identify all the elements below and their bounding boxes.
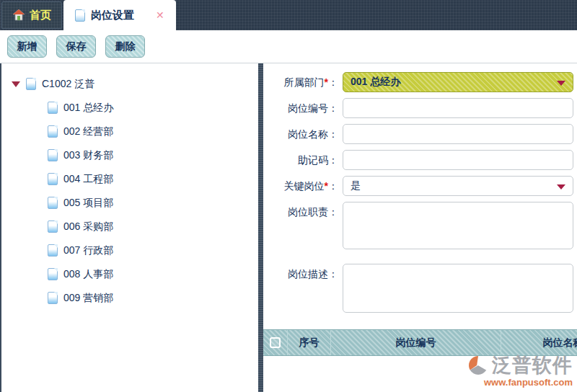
- vendor-watermark: 泛普软件 www.fanpusoft.com: [467, 352, 573, 388]
- column-header-code[interactable]: 岗位编号: [331, 330, 501, 355]
- tab-position-settings[interactable]: 岗位设置 ✕: [63, 0, 176, 30]
- document-icon: [75, 9, 85, 22]
- watermark-url: www.fanpusoft.com: [467, 377, 573, 388]
- field-label: 岗位职责: [288, 206, 328, 218]
- chevron-down-icon: [557, 81, 565, 86]
- add-button[interactable]: 新增: [7, 35, 47, 58]
- toolbar: 新增 保存 删除: [0, 30, 577, 63]
- delete-button[interactable]: 删除: [105, 35, 145, 58]
- column-header-name[interactable]: 岗位名称: [501, 330, 577, 355]
- position-duties-textarea[interactable]: [343, 202, 573, 249]
- tree-node-dept[interactable]: 003 财务部: [12, 143, 258, 167]
- page-icon: [48, 292, 58, 304]
- department-select[interactable]: 001 总经办: [343, 72, 573, 92]
- save-button[interactable]: 保存: [56, 35, 96, 58]
- home-icon: [12, 9, 25, 21]
- page-icon: [48, 197, 58, 209]
- form-row-key-position: 关键岗位*： 是: [263, 176, 577, 196]
- tree-node-dept[interactable]: 005 项目部: [12, 191, 258, 215]
- page-icon: [48, 220, 58, 233]
- form-row-position-code: 岗位编号：: [263, 98, 577, 118]
- collapse-triangle-icon[interactable]: [12, 81, 20, 87]
- page-icon: [26, 78, 36, 90]
- field-label: 岗位描述: [288, 268, 328, 280]
- tree-node-dept[interactable]: 001 总经办: [12, 96, 258, 120]
- page-icon: [48, 125, 58, 138]
- tree-node-dept[interactable]: 006 采购部: [12, 215, 258, 239]
- form-row-description: 岗位描述：: [263, 264, 577, 323]
- field-label: 岗位编号: [288, 102, 328, 114]
- tab-home[interactable]: 首页: [1, 1, 62, 29]
- mnemonic-code-input[interactable]: [343, 150, 573, 170]
- position-description-textarea[interactable]: [343, 264, 573, 313]
- form-row-department: 所属部门*： 001 总经办: [263, 72, 577, 92]
- tree-root-node[interactable]: C1002 泛普: [12, 72, 258, 96]
- position-name-input[interactable]: [343, 124, 573, 144]
- department-tree: C1002 泛普 001 总经办 002 经营部 003 财务部 004 工程部…: [1, 63, 258, 392]
- page-icon: [48, 173, 58, 185]
- tree-node-dept[interactable]: 007 行政部: [12, 239, 258, 262]
- position-code-input[interactable]: [343, 98, 573, 118]
- app-window: 首页 岗位设置 ✕ 新增 保存 删除 C1002 泛普 001 总经办: [0, 0, 577, 392]
- tree-node-dept[interactable]: 002 经营部: [12, 120, 258, 143]
- page-icon: [48, 149, 58, 161]
- page-icon: [48, 244, 58, 257]
- field-label: 助记码: [298, 154, 328, 166]
- column-header-index[interactable]: 序号: [288, 330, 331, 355]
- tab-active-label: 岗位设置: [91, 9, 134, 22]
- form-row-duties: 岗位职责：: [263, 202, 577, 252]
- department-select-value: 001 总经办: [351, 76, 400, 89]
- field-label: 所属部门: [284, 76, 325, 88]
- tab-bar: 首页 岗位设置 ✕: [0, 0, 577, 30]
- page-icon: [48, 268, 58, 280]
- tree-node-dept[interactable]: 004 工程部: [12, 167, 258, 191]
- tree-node-dept[interactable]: 009 营销部: [12, 286, 258, 310]
- tab-home-label: 首页: [30, 9, 51, 22]
- tree-node-dept[interactable]: 008 人事部: [12, 262, 258, 286]
- main-content: C1002 泛普 001 总经办 002 经营部 003 财务部 004 工程部…: [0, 63, 577, 392]
- field-label: 关键岗位: [284, 180, 325, 192]
- chevron-down-icon: [557, 184, 565, 190]
- field-label: 岗位名称: [288, 128, 328, 140]
- position-form: 所属部门*： 001 总经办 岗位编号： 岗位名称：: [263, 63, 577, 392]
- key-position-select-value: 是: [351, 179, 361, 192]
- panel-splitter[interactable]: [258, 63, 263, 392]
- form-row-mnemonic: 助记码：: [263, 150, 577, 170]
- select-all-checkbox[interactable]: [270, 337, 281, 348]
- tree-root-label: C1002 泛普: [42, 78, 94, 91]
- close-icon[interactable]: ✕: [156, 10, 164, 20]
- fanpu-logo-icon: [467, 355, 489, 376]
- form-row-position-name: 岗位名称：: [263, 124, 577, 144]
- watermark-brand: 泛普软件: [492, 352, 573, 378]
- page-icon: [48, 102, 58, 114]
- key-position-select[interactable]: 是: [343, 176, 573, 196]
